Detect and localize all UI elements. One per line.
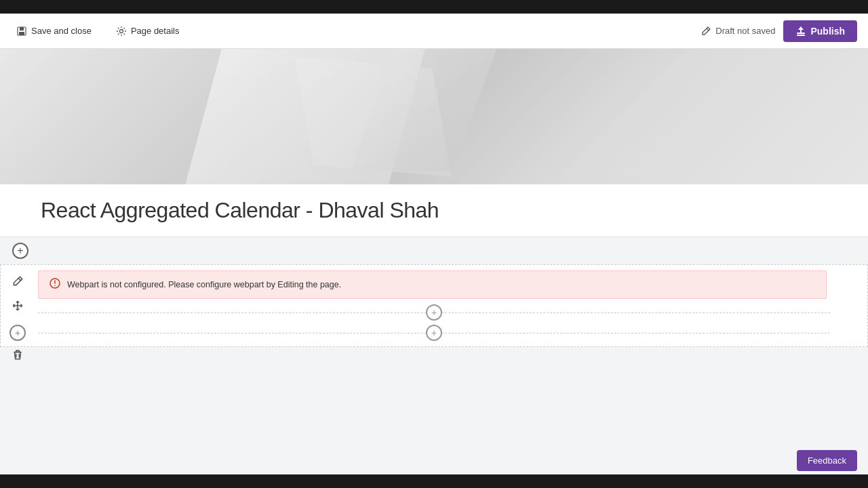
add-section-bottom-button[interactable]: + [426,325,442,341]
publish-icon [795,26,806,37]
toolbar: Save and close Page details Draft not sa… [0,14,868,49]
add-webpart-button[interactable]: + [9,325,26,341]
feedback-button[interactable]: Feedback [797,450,857,471]
edit-tool-button[interactable] [7,270,28,292]
save-and-close-label: Save and close [31,26,92,36]
plus-icon-top: + [17,245,23,256]
plus-icon-middle: + [431,308,437,317]
delete-tool-button[interactable] [7,344,28,365]
side-toolbar: + [1,265,35,371]
page-details-button[interactable]: Page details [111,23,185,39]
error-banner: Webpart is not configured. Please config… [38,270,827,299]
delete-icon [12,348,24,361]
webpart-section: + Webpart is not configured. Please conf… [0,264,868,347]
page-title: React Aggregated Calendar - Dhaval Shah [41,198,827,223]
page-details-label: Page details [131,26,180,36]
svg-rect-5 [797,35,805,36]
plus-icon-bottom: + [431,328,437,338]
bottom-empty-area [0,347,868,474]
svg-point-7 [54,285,56,287]
draft-status: Draft not saved [701,26,775,37]
settings-icon [116,26,127,37]
move-tool-button[interactable] [7,295,28,317]
section-divider-bottom: + [38,325,830,341]
save-and-close-button[interactable]: Save and close [11,23,97,39]
error-icon [50,278,60,291]
feedback-label: Feedback [808,455,846,466]
toolbar-left: Save and close Page details [11,23,184,39]
top-bar [0,0,868,14]
bottom-bar [0,474,868,488]
svg-rect-4 [797,33,805,34]
save-icon [16,26,27,37]
add-section-middle-button[interactable]: + [426,304,442,321]
main-content: React Aggregated Calendar - Dhaval Shah … [0,49,868,474]
publish-label: Publish [810,26,845,37]
error-message: Webpart is not configured. Please config… [67,280,341,289]
svg-point-3 [119,29,123,33]
hero-area [0,49,868,184]
edit-icon [12,275,24,287]
move-icon [12,300,24,312]
plus-icon-side: + [15,328,20,338]
svg-rect-2 [19,32,24,35]
svg-rect-1 [20,27,24,30]
page-title-area: React Aggregated Calendar - Dhaval Shah [0,184,868,237]
publish-button[interactable]: Publish [783,20,857,42]
section-divider-middle: + [38,304,830,321]
draft-status-label: Draft not saved [715,26,775,36]
pencil-icon [701,26,711,37]
add-section-top-button[interactable]: + [12,243,28,259]
toolbar-right: Draft not saved Publish [701,20,857,42]
